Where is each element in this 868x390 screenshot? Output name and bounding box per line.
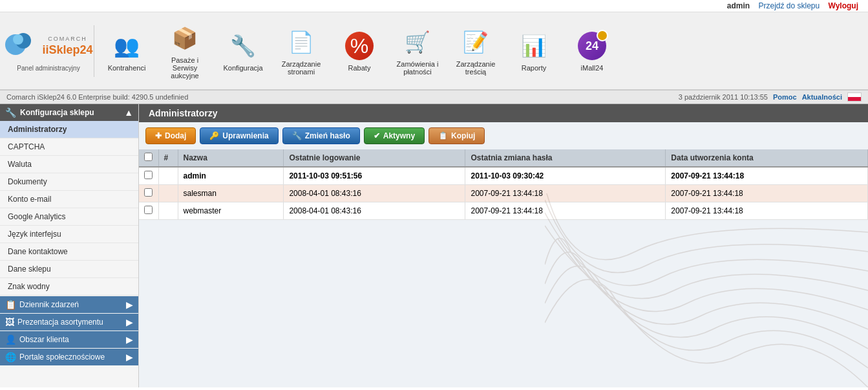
sidebar-section-icon: 🔧 <box>5 107 16 118</box>
sidebar-subsection-1[interactable]: 🖼 Prezentacja asortymentu ▶ <box>0 314 138 330</box>
sidebar-item-google-analytics[interactable]: Google Analytics <box>0 208 138 226</box>
permissions-icon: 🔑 <box>209 131 219 140</box>
row-name-2: webmaster <box>178 202 284 220</box>
nav-icon-image-4: % <box>343 30 376 62</box>
active-button[interactable]: ✔ Aktywny <box>364 127 425 144</box>
nav-icon-image-0: 👥 <box>111 30 143 62</box>
nav-icon-label-0: Kontrahenci <box>108 64 146 72</box>
help-link[interactable]: Pomoc <box>773 93 797 101</box>
toolbar: ✚ Dodaj 🔑 Uprawnienia 🔧 Zmień hasło ✔ Ak… <box>139 122 868 149</box>
subsection-arrow-2[interactable]: ▶ <box>126 334 133 345</box>
go-to-shop-link[interactable]: Przejdź do sklepu <box>758 1 820 10</box>
sidebar-item-dane-sklepu[interactable]: Dane sklepu <box>0 261 138 278</box>
table-header-row: #NazwaOstatnie logowanieOstatnia zmiana … <box>139 149 868 167</box>
nav-icon-label-4: Rabaty <box>348 64 371 72</box>
sidebar-item-captcha[interactable]: CAPTCHA <box>0 138 138 156</box>
subsection-arrow-3[interactable]: ▶ <box>126 352 133 362</box>
row-checkbox-0[interactable] <box>144 171 153 179</box>
sidebar-subsection-0[interactable]: 📋 Dziennik zdarzeń ▶ <box>0 296 138 313</box>
nav-icon-label-6: Zarządzanie treścią <box>450 60 502 76</box>
change-password-button[interactable]: 🔧 Zmień hasło <box>282 127 360 144</box>
nav-icon-kontrahenci[interactable]: 👥 Kontrahenci <box>98 27 156 75</box>
sidebar-item-administratorzy[interactable]: Administratorzy <box>0 121 138 138</box>
copy-icon: 📋 <box>438 131 448 140</box>
sidebar-subsections: 📋 Dziennik zdarzeń ▶ 🖼 Prezentacja asort… <box>0 296 138 365</box>
row-created-0: 2007-09-21 13:44:18 <box>666 167 868 185</box>
imall-icon: 24 <box>578 32 606 60</box>
copy-label: Kopiuj <box>451 131 475 140</box>
row-name-0: admin <box>178 167 284 185</box>
table-row: salesman 2008-04-01 08:43:16 2007-09-21 … <box>139 185 868 202</box>
logout-link[interactable]: Wyloguj <box>829 1 858 10</box>
sidebar-item-język-interfejsu[interactable]: Język interfejsu <box>0 226 138 243</box>
nav-icon-image-5: 🛒 <box>401 26 434 58</box>
sidebar-item-waluta[interactable]: Waluta <box>0 156 138 173</box>
row-created-2: 2007-09-21 13:44:18 <box>666 202 868 220</box>
logo-image: COMARCH iiSklep24 <box>4 30 92 63</box>
sidebar-item-znak-wodny[interactable]: Znak wodny <box>0 278 138 296</box>
nav-icon-label-5: Zamówienia i płatności <box>392 60 443 76</box>
sidebar-collapse-icon[interactable]: ▲ <box>124 107 133 118</box>
subsection-arrow-0[interactable]: ▶ <box>126 299 133 310</box>
row-last-login-1: 2008-04-01 08:43:16 <box>284 185 465 202</box>
sidebar-section-title: Konfiguracja sklepu <box>20 108 94 117</box>
nav-icon-image-7: 📊 <box>518 30 550 62</box>
nav-icon-pasaże-i-serwisy-aukcyjne[interactable]: 📦 Pasaże i Serwisy aukcyjne <box>156 19 214 83</box>
nav-icon-zarządzanie-treścią[interactable]: 📝 Zarządzanie treścią <box>447 23 505 79</box>
main-layout: 🔧 Konfiguracja sklepu ▲ AdministratorzyC… <box>0 104 868 387</box>
copy-button[interactable]: 📋 Kopiuj <box>429 127 485 144</box>
row-last-pass-2: 2007-09-21 13:44:18 <box>465 202 666 220</box>
row-checkbox-1[interactable] <box>144 188 153 197</box>
col-header-2: Nazwa <box>178 149 284 167</box>
subsection-label-3: Portale społecznościowe <box>19 352 105 362</box>
sidebar-subsection-3[interactable]: 🌐 Portale społecznościowe ▶ <box>0 349 138 365</box>
nav-icon-label-7: Raporty <box>522 64 547 72</box>
permissions-button[interactable]: 🔑 Uprawnienia <box>200 127 278 144</box>
sidebar-subsection-2[interactable]: 👤 Obszar klienta ▶ <box>0 331 138 348</box>
language-flag[interactable] <box>847 92 862 102</box>
nav-icon-raporty[interactable]: 📊 Raporty <box>505 27 563 75</box>
nav-icon-konfiguracja[interactable]: 🔧 Konfiguracja <box>214 27 272 75</box>
subsection-label-1: Prezentacja asortymentu <box>17 318 103 327</box>
row-name-1: salesman <box>178 185 284 202</box>
nav-icon-zarządzanie-stronami[interactable]: 📄 Zarządzanie stronami <box>272 23 330 79</box>
permissions-label: Uprawnienia <box>222 131 268 140</box>
nav-icon-wrap: 📊 <box>521 34 547 58</box>
add-label: Dodaj <box>165 131 186 140</box>
admin-table: #NazwaOstatnie logowanieOstatnia zmiana … <box>139 149 868 220</box>
sidebar-item-dane-kontaktowe[interactable]: Dane kontaktowe <box>0 243 138 261</box>
table-body: admin 2011-10-03 09:51:56 2011-10-03 09:… <box>139 167 868 220</box>
sidebar-item-dokumenty[interactable]: Dokumenty <box>0 173 138 191</box>
nav-icon-zamówienia-i-płatności[interactable]: 🛒 Zamówienia i płatności <box>388 23 447 79</box>
sidebar: 🔧 Konfiguracja sklepu ▲ AdministratorzyC… <box>0 104 139 387</box>
row-last-login-2: 2008-04-01 08:43:16 <box>284 202 465 220</box>
nav-icon-image-6: 📝 <box>460 26 492 58</box>
nav-icon-rabaty[interactable]: % Rabaty <box>330 27 388 75</box>
sidebar-section-header[interactable]: 🔧 Konfiguracja sklepu ▲ <box>0 104 138 121</box>
active-icon: ✔ <box>374 131 380 140</box>
nav-icon-wrap: 📦 <box>172 26 198 50</box>
decorative-bg <box>545 193 868 387</box>
subsection-arrow-1[interactable]: ▶ <box>126 317 133 327</box>
nav-icon-wrap: 📝 <box>463 30 489 54</box>
row-checkbox-cell-1 <box>139 185 158 202</box>
nav-icon-label-8: iMall24 <box>581 64 604 72</box>
nav-icon-label-1: Pasaże i Serwisy aukcyjne <box>159 56 211 80</box>
row-num-0 <box>158 167 178 185</box>
content-area: Administratorzy ✚ Dodaj 🔑 Uprawnienia 🔧 … <box>139 104 868 387</box>
nav-icon-image-8: 24 <box>576 30 608 62</box>
subsection-icon-1: 🖼 <box>5 317 14 327</box>
table-row: webmaster 2008-04-01 08:43:16 2007-09-21… <box>139 202 868 220</box>
add-icon: ✚ <box>155 131 162 140</box>
logo-area: COMARCH iiSklep24 Panel administracyjny <box>6 27 90 75</box>
sidebar-item-konto-e-mail[interactable]: Konto e-mail <box>0 191 138 208</box>
nav-divider <box>94 25 94 77</box>
nav-icon-imall24[interactable]: 24 iMall24 <box>563 27 621 75</box>
col-header-0 <box>139 149 158 167</box>
nav-icon-wrap: 👥 <box>114 34 140 58</box>
add-button[interactable]: ✚ Dodaj <box>145 127 196 144</box>
row-checkbox-2[interactable] <box>144 206 153 214</box>
row-num-1 <box>158 185 178 202</box>
news-link[interactable]: Aktualności <box>802 93 842 101</box>
select-all-checkbox[interactable] <box>144 153 153 161</box>
